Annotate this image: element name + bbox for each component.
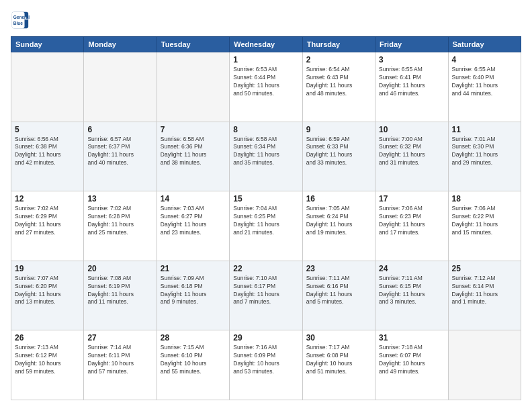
day-number: 27 (87, 333, 152, 342)
calendar-day-cell: 22Sunrise: 7:10 AM Sunset: 6:17 PM Dayli… (230, 261, 302, 330)
calendar-week-row: 26Sunrise: 7:13 AM Sunset: 6:12 PM Dayli… (11, 330, 521, 400)
day-number: 9 (306, 125, 371, 134)
calendar-day-cell: 12Sunrise: 7:02 AM Sunset: 6:29 PM Dayli… (11, 191, 84, 261)
day-info: Sunrise: 7:01 AM Sunset: 6:30 PM Dayligh… (452, 136, 517, 168)
day-info: Sunrise: 6:59 AM Sunset: 6:33 PM Dayligh… (306, 136, 371, 168)
calendar-day-cell: 26Sunrise: 7:13 AM Sunset: 6:12 PM Dayli… (11, 330, 84, 400)
weekday-header-thursday: Thursday (302, 37, 375, 52)
day-number: 10 (379, 125, 444, 134)
calendar-day-cell (448, 330, 521, 400)
day-number: 1 (233, 55, 298, 64)
day-info: Sunrise: 7:05 AM Sunset: 6:24 PM Dayligh… (306, 205, 371, 237)
day-info: Sunrise: 7:02 AM Sunset: 6:29 PM Dayligh… (15, 205, 80, 237)
day-number: 2 (306, 55, 371, 64)
weekday-header-friday: Friday (375, 37, 448, 52)
day-number: 13 (87, 194, 152, 203)
day-info: Sunrise: 7:00 AM Sunset: 6:32 PM Dayligh… (379, 136, 444, 168)
logo-icon: General Blue (11, 11, 30, 30)
calendar-day-cell: 19Sunrise: 7:07 AM Sunset: 6:20 PM Dayli… (11, 261, 84, 330)
calendar-day-cell: 28Sunrise: 7:15 AM Sunset: 6:10 PM Dayli… (157, 330, 229, 400)
day-info: Sunrise: 7:13 AM Sunset: 6:12 PM Dayligh… (15, 344, 80, 376)
weekday-header-monday: Monday (84, 37, 157, 52)
day-info: Sunrise: 7:07 AM Sunset: 6:20 PM Dayligh… (15, 275, 80, 307)
day-info: Sunrise: 7:15 AM Sunset: 6:10 PM Dayligh… (161, 344, 226, 376)
calendar-day-cell: 15Sunrise: 7:04 AM Sunset: 6:25 PM Dayli… (230, 191, 302, 261)
day-info: Sunrise: 7:11 AM Sunset: 6:16 PM Dayligh… (306, 275, 371, 307)
weekday-header-saturday: Saturday (448, 37, 521, 52)
day-info: Sunrise: 7:10 AM Sunset: 6:17 PM Dayligh… (233, 275, 298, 307)
calendar-day-cell: 2Sunrise: 6:54 AM Sunset: 6:43 PM Daylig… (302, 52, 375, 122)
day-number: 22 (233, 264, 298, 273)
calendar-day-cell: 1Sunrise: 6:53 AM Sunset: 6:44 PM Daylig… (230, 52, 302, 122)
calendar-day-cell: 30Sunrise: 7:17 AM Sunset: 6:08 PM Dayli… (302, 330, 375, 400)
calendar-day-cell: 16Sunrise: 7:05 AM Sunset: 6:24 PM Dayli… (302, 191, 375, 261)
day-info: Sunrise: 7:03 AM Sunset: 6:27 PM Dayligh… (161, 205, 226, 237)
calendar-day-cell: 11Sunrise: 7:01 AM Sunset: 6:30 PM Dayli… (448, 122, 521, 191)
calendar-day-cell: 18Sunrise: 7:06 AM Sunset: 6:22 PM Dayli… (448, 191, 521, 261)
calendar-day-cell: 27Sunrise: 7:14 AM Sunset: 6:11 PM Dayli… (84, 330, 157, 400)
day-number: 4 (452, 55, 517, 64)
day-number: 3 (379, 55, 444, 64)
day-number: 23 (306, 264, 371, 273)
page: General Blue SundayMondayTuesdayWednesda… (0, 0, 532, 411)
day-info: Sunrise: 6:53 AM Sunset: 6:44 PM Dayligh… (233, 66, 298, 98)
day-number: 16 (306, 194, 371, 203)
day-info: Sunrise: 7:08 AM Sunset: 6:19 PM Dayligh… (87, 275, 152, 307)
day-info: Sunrise: 7:06 AM Sunset: 6:23 PM Dayligh… (379, 205, 444, 237)
calendar-day-cell: 25Sunrise: 7:12 AM Sunset: 6:14 PM Dayli… (448, 261, 521, 330)
day-info: Sunrise: 7:09 AM Sunset: 6:18 PM Dayligh… (161, 275, 226, 307)
day-number: 18 (452, 194, 517, 203)
calendar-day-cell: 29Sunrise: 7:16 AM Sunset: 6:09 PM Dayli… (230, 330, 302, 400)
day-number: 5 (15, 125, 80, 134)
day-info: Sunrise: 6:56 AM Sunset: 6:38 PM Dayligh… (15, 136, 80, 168)
calendar-day-cell: 4Sunrise: 6:55 AM Sunset: 6:40 PM Daylig… (448, 52, 521, 122)
calendar-day-cell: 20Sunrise: 7:08 AM Sunset: 6:19 PM Dayli… (84, 261, 157, 330)
day-number: 20 (87, 264, 152, 273)
day-number: 8 (233, 125, 298, 134)
day-number: 21 (161, 264, 226, 273)
day-number: 14 (161, 194, 226, 203)
calendar-day-cell (84, 52, 157, 122)
weekday-header-tuesday: Tuesday (157, 37, 229, 52)
calendar-day-cell: 24Sunrise: 7:11 AM Sunset: 6:15 PM Dayli… (375, 261, 448, 330)
day-number: 31 (379, 333, 444, 342)
calendar-day-cell: 5Sunrise: 6:56 AM Sunset: 6:38 PM Daylig… (11, 122, 84, 191)
calendar-day-cell: 31Sunrise: 7:18 AM Sunset: 6:07 PM Dayli… (375, 330, 448, 400)
day-info: Sunrise: 6:55 AM Sunset: 6:40 PM Dayligh… (452, 66, 517, 98)
day-info: Sunrise: 7:02 AM Sunset: 6:28 PM Dayligh… (87, 205, 152, 237)
day-number: 26 (15, 333, 80, 342)
day-number: 30 (306, 333, 371, 342)
day-info: Sunrise: 6:57 AM Sunset: 6:37 PM Dayligh… (87, 136, 152, 168)
day-number: 24 (379, 264, 444, 273)
svg-text:Blue: Blue (13, 21, 23, 26)
day-number: 17 (379, 194, 444, 203)
calendar-day-cell: 7Sunrise: 6:58 AM Sunset: 6:36 PM Daylig… (157, 122, 229, 191)
weekday-header-wednesday: Wednesday (230, 37, 302, 52)
calendar-day-cell: 14Sunrise: 7:03 AM Sunset: 6:27 PM Dayli… (157, 191, 229, 261)
calendar-week-row: 12Sunrise: 7:02 AM Sunset: 6:29 PM Dayli… (11, 191, 521, 261)
calendar-day-cell: 17Sunrise: 7:06 AM Sunset: 6:23 PM Dayli… (375, 191, 448, 261)
day-number: 6 (87, 125, 152, 134)
calendar-day-cell: 9Sunrise: 6:59 AM Sunset: 6:33 PM Daylig… (302, 122, 375, 191)
day-number: 11 (452, 125, 517, 134)
day-info: Sunrise: 6:54 AM Sunset: 6:43 PM Dayligh… (306, 66, 371, 98)
day-info: Sunrise: 7:17 AM Sunset: 6:08 PM Dayligh… (306, 344, 371, 376)
day-info: Sunrise: 6:58 AM Sunset: 6:36 PM Dayligh… (161, 136, 226, 168)
day-info: Sunrise: 7:04 AM Sunset: 6:25 PM Dayligh… (233, 205, 298, 237)
day-number: 29 (233, 333, 298, 342)
day-info: Sunrise: 7:18 AM Sunset: 6:07 PM Dayligh… (379, 344, 444, 376)
day-info: Sunrise: 6:58 AM Sunset: 6:34 PM Dayligh… (233, 136, 298, 168)
day-info: Sunrise: 6:55 AM Sunset: 6:41 PM Dayligh… (379, 66, 444, 98)
calendar-day-cell (157, 52, 229, 122)
calendar-day-cell: 10Sunrise: 7:00 AM Sunset: 6:32 PM Dayli… (375, 122, 448, 191)
day-number: 7 (161, 125, 226, 134)
calendar-day-cell: 13Sunrise: 7:02 AM Sunset: 6:28 PM Dayli… (84, 191, 157, 261)
calendar-day-cell (11, 52, 84, 122)
day-number: 28 (161, 333, 226, 342)
weekday-header-row: SundayMondayTuesdayWednesdayThursdayFrid… (11, 37, 521, 52)
weekday-header-sunday: Sunday (11, 37, 84, 52)
calendar-week-row: 5Sunrise: 6:56 AM Sunset: 6:38 PM Daylig… (11, 122, 521, 191)
day-info: Sunrise: 7:06 AM Sunset: 6:22 PM Dayligh… (452, 205, 517, 237)
svg-text:General: General (13, 15, 30, 19)
day-number: 12 (15, 194, 80, 203)
